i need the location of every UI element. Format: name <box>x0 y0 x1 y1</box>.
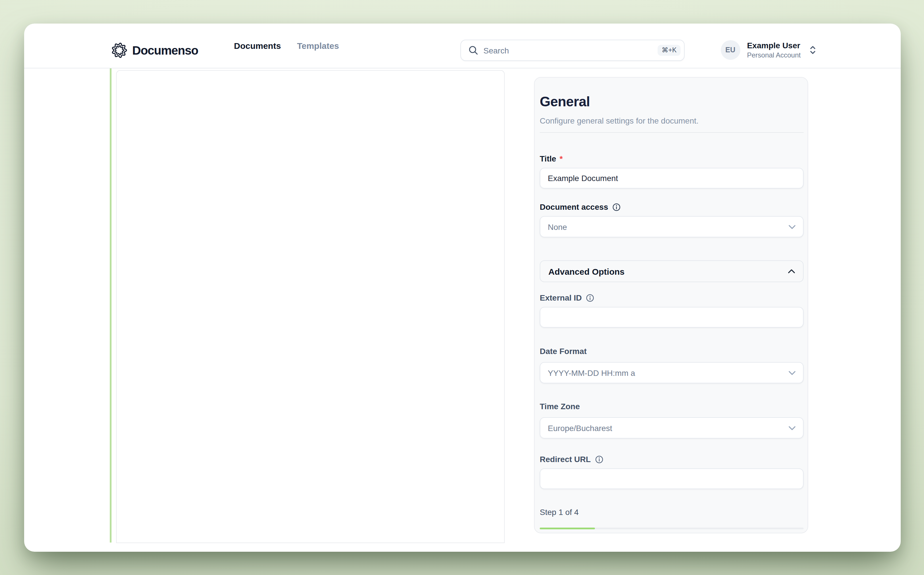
user-account-type: Personal Account <box>747 51 801 59</box>
chevron-down-icon <box>789 224 795 229</box>
title-label: Title* <box>540 154 563 163</box>
date-format-select[interactable]: YYYY-MM-DD HH:mm a <box>540 362 803 383</box>
search-placeholder: Search <box>483 46 657 55</box>
user-name: Example User <box>747 41 801 50</box>
search-shortcut-badge: ⌘+K <box>657 44 681 56</box>
brand-name: Documenso <box>132 43 198 58</box>
user-info: Example User Personal Account <box>747 41 801 59</box>
avatar: EU <box>721 40 740 60</box>
panel-divider <box>540 132 803 133</box>
step-indicator: Step 1 of 4 <box>540 507 578 517</box>
info-icon[interactable] <box>586 293 594 302</box>
logo-ring-inner <box>115 46 124 55</box>
time-zone-select[interactable]: Europe/Bucharest <box>540 417 803 438</box>
brand[interactable]: Documenso <box>111 43 198 58</box>
user-menu[interactable]: EU Example User Personal Account <box>721 40 817 60</box>
info-icon[interactable] <box>612 203 621 211</box>
chevron-down-icon <box>789 426 795 430</box>
document-page <box>116 70 504 543</box>
step-progress-fill <box>540 527 595 529</box>
external-id-input[interactable] <box>540 307 803 327</box>
time-zone-label: Time Zone <box>540 402 580 411</box>
app-window: Documenso Documents Templates Search ⌘+K… <box>24 24 901 552</box>
search-input[interactable]: Search ⌘+K <box>460 40 684 61</box>
settings-panel: General Configure general settings for t… <box>534 77 808 533</box>
nav-documents[interactable]: Documents <box>234 41 281 51</box>
step-progress-track <box>540 527 803 529</box>
panel-title: General <box>540 94 590 110</box>
documenso-logo-icon <box>111 43 127 58</box>
document-access-select[interactable]: None <box>540 216 803 237</box>
redirect-url-label: Redirect URL <box>540 454 603 464</box>
advanced-options-toggle[interactable]: Advanced Options <box>540 260 803 282</box>
active-step-rail <box>110 68 111 543</box>
required-asterisk: * <box>560 154 563 163</box>
nav-templates[interactable]: Templates <box>297 41 339 51</box>
external-id-label: External ID <box>540 293 594 302</box>
panel-description: Configure general settings for the docum… <box>540 116 699 125</box>
chevron-updown-icon <box>809 45 817 55</box>
chevron-up-icon <box>788 269 795 273</box>
search-icon <box>468 45 478 55</box>
redirect-url-input[interactable] <box>540 469 803 489</box>
date-format-label: Date Format <box>540 346 587 356</box>
title-input[interactable]: Example Document <box>540 168 803 189</box>
app-header: Documenso Documents Templates Search ⌘+K… <box>24 24 901 68</box>
page-background: Documenso Documents Templates Search ⌘+K… <box>0 0 924 575</box>
info-icon[interactable] <box>595 455 603 464</box>
main-nav: Documents Templates <box>234 24 339 68</box>
chevron-down-icon <box>789 370 795 375</box>
document-access-label: Document access <box>540 202 621 211</box>
